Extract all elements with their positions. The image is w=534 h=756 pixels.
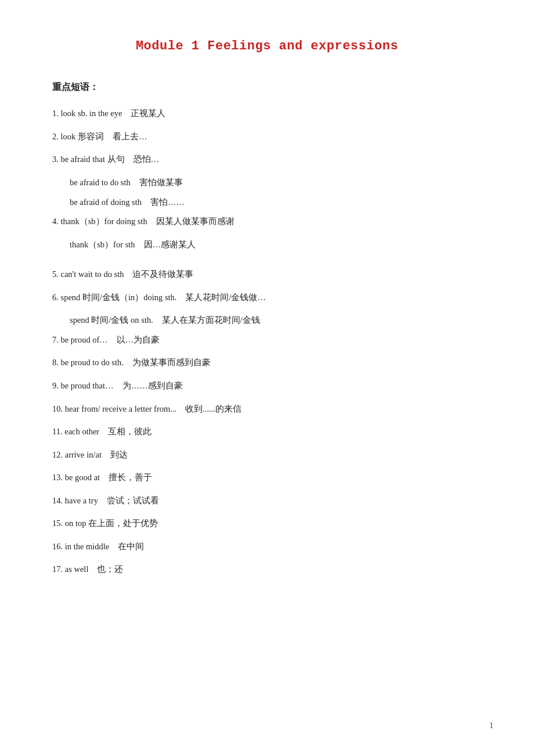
phrase-item: 4. thank（sb）for doing sth 因某人做某事而感谢 [52,214,482,230]
phrase-item: 1. look sb. in the eye 正视某人 [52,106,482,122]
phrase-item: 10. hear from/ receive a letter from... … [52,401,482,417]
phrase-item: 14. have a try 尝试；试试看 [52,493,482,509]
phrase-item: be afraid to do sth 害怕做某事 [70,175,482,191]
phrase-item: 8. be proud to do sth. 为做某事而感到自豪 [52,355,482,371]
phrase-item: be afraid of doing sth 害怕…… [70,195,482,211]
phrase-item: 9. be proud that… 为……感到自豪 [52,378,482,394]
phrase-item: 15. on top 在上面，处于优势 [52,516,482,532]
phrase-item: 7. be proud of… 以…为自豪 [52,332,482,348]
phrase-item: thank（sb）for sth 因…感谢某人 [70,237,482,253]
phrase-item: 16. in the middle 在中间 [52,539,482,555]
phrase-item: 13. be good at 擅长，善于 [52,470,482,486]
section-heading: 重点短语： [52,79,482,96]
phrase-item: 5. can't wait to do sth 迫不及待做某事 [52,267,482,283]
page-title: Module 1 Feelings and expressions [52,35,482,58]
phrase-item: 12. arrive in/at 到达 [52,447,482,463]
phrase-item: 17. as well 也；还 [52,561,482,578]
phrase-item: 3. be afraid that 从句 恐怕… [52,152,482,168]
phrases-list: 1. look sb. in the eye 正视某人2. look 形容词 看… [52,106,482,577]
phrase-item: 2. look 形容词 看上去… [52,129,482,145]
phrase-item: 6. spend 时间/金钱（in）doing sth. 某人花时间/金钱做… [52,290,482,306]
phrase-item: 11. each other 互相，彼此 [52,424,482,440]
page-number: 1 [489,718,493,733]
phrase-item: spend 时间/金钱 on sth. 某人在某方面花时间/金钱 [70,312,482,329]
